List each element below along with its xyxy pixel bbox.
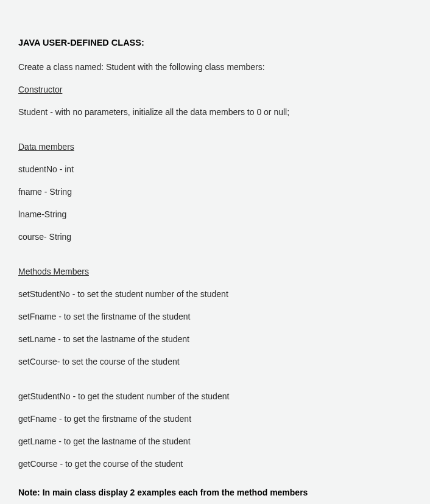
method-getter-item: getFname - to get the firstname of the s… — [18, 413, 412, 425]
method-setter-item: setStudentNo - to set the student number… — [18, 288, 412, 301]
constructor-heading: Constructor — [18, 83, 412, 96]
method-getter-item: getStudentNo - to get the student number… — [18, 390, 412, 403]
method-getter-item: getLname - to get the lastname of the st… — [18, 435, 412, 448]
constructor-line: Student - with no parameters, initialize… — [18, 106, 412, 119]
data-member-item: course- String — [18, 231, 412, 243]
data-member-item: studentNo - int — [18, 163, 412, 176]
method-setter-item: setLname - to set the lastname of the st… — [18, 333, 412, 346]
method-setter-item: setFname - to set the firstname of the s… — [18, 310, 412, 323]
intro-text: Create a class named: Student with the f… — [18, 61, 412, 74]
method-getter-item: getCourse - to get the course of the stu… — [18, 458, 412, 471]
data-member-item: fname - String — [18, 186, 412, 198]
document-title: JAVA USER-DEFINED CLASS: — [18, 37, 412, 50]
note-text: Note: In main class display 2 examples e… — [18, 486, 412, 499]
method-setter-item: setCourse- to set the course of the stud… — [18, 355, 412, 368]
data-member-item: lname-String — [18, 208, 412, 221]
methods-heading: Methods Members — [18, 265, 412, 278]
data-members-heading: Data members — [18, 141, 412, 153]
